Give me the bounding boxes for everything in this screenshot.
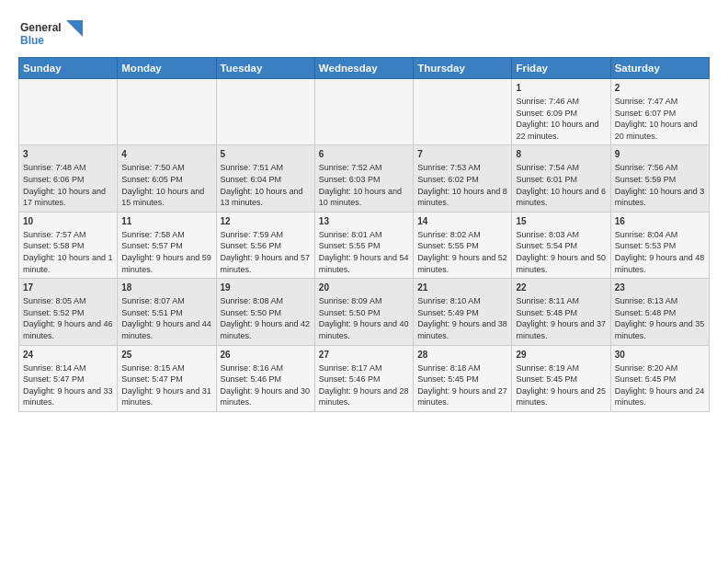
day-info: Daylight: 10 hours and 17 minutes. xyxy=(23,186,113,209)
calendar-cell: 15Sunrise: 8:03 AMSunset: 5:54 PMDayligh… xyxy=(512,212,610,278)
day-info: Sunrise: 8:08 AM xyxy=(221,295,311,307)
day-info: Sunrise: 7:52 AM xyxy=(319,162,409,174)
day-info: Sunset: 5:45 PM xyxy=(417,373,507,385)
day-info: Sunset: 5:50 PM xyxy=(319,307,409,319)
calendar-week-row: 24Sunrise: 8:14 AMSunset: 5:47 PMDayligh… xyxy=(19,345,710,411)
calendar-cell: 23Sunrise: 8:13 AMSunset: 5:48 PMDayligh… xyxy=(610,279,709,345)
logo: GeneralBlue xyxy=(18,18,83,48)
day-info: Daylight: 9 hours and 24 minutes. xyxy=(615,385,705,408)
day-info: Sunrise: 7:59 AM xyxy=(221,229,311,241)
day-number: 2 xyxy=(615,82,705,95)
day-info: Daylight: 10 hours and 1 minute. xyxy=(23,252,113,275)
day-info: Daylight: 9 hours and 40 minutes. xyxy=(319,318,409,341)
calendar-cell: 25Sunrise: 8:15 AMSunset: 5:47 PMDayligh… xyxy=(118,345,216,411)
day-info: Sunset: 5:59 PM xyxy=(615,174,705,186)
day-number: 12 xyxy=(221,215,311,228)
weekday-header: Monday xyxy=(118,58,216,79)
day-info: Sunset: 5:53 PM xyxy=(615,240,705,252)
day-info: Sunset: 5:45 PM xyxy=(516,373,606,385)
calendar-cell: 12Sunrise: 7:59 AMSunset: 5:56 PMDayligh… xyxy=(216,212,314,278)
calendar-cell: 28Sunrise: 8:18 AMSunset: 5:45 PMDayligh… xyxy=(414,345,512,411)
day-number: 25 xyxy=(121,349,211,362)
day-info: Sunset: 5:48 PM xyxy=(615,307,705,319)
day-number: 9 xyxy=(615,148,705,161)
svg-text:General: General xyxy=(20,21,62,34)
day-info: Daylight: 9 hours and 54 minutes. xyxy=(319,252,409,275)
day-info: Sunrise: 8:19 AM xyxy=(516,362,606,374)
day-info: Sunset: 6:03 PM xyxy=(319,174,409,186)
calendar-cell: 21Sunrise: 8:10 AMSunset: 5:49 PMDayligh… xyxy=(414,279,512,345)
day-info: Sunset: 6:01 PM xyxy=(516,174,606,186)
day-info: Sunrise: 7:46 AM xyxy=(516,96,606,108)
day-info: Sunrise: 7:56 AM xyxy=(615,162,705,174)
calendar-cell: 20Sunrise: 8:09 AMSunset: 5:50 PMDayligh… xyxy=(314,279,413,345)
weekday-header: Friday xyxy=(512,58,610,79)
day-info: Sunset: 5:56 PM xyxy=(221,240,311,252)
calendar-week-row: 1Sunrise: 7:46 AMSunset: 6:09 PMDaylight… xyxy=(19,79,710,145)
calendar-table: SundayMondayTuesdayWednesdayThursdayFrid… xyxy=(18,57,710,412)
day-info: Sunrise: 8:05 AM xyxy=(23,295,113,307)
day-info: Sunrise: 8:07 AM xyxy=(121,295,211,307)
calendar-week-row: 17Sunrise: 8:05 AMSunset: 5:52 PMDayligh… xyxy=(19,279,710,345)
day-info: Sunset: 6:06 PM xyxy=(23,174,113,186)
day-info: Daylight: 10 hours and 6 minutes. xyxy=(516,186,606,209)
day-number: 5 xyxy=(221,148,311,161)
day-info: Daylight: 9 hours and 30 minutes. xyxy=(221,385,311,408)
day-info: Daylight: 9 hours and 57 minutes. xyxy=(221,252,311,275)
calendar-cell: 17Sunrise: 8:05 AMSunset: 5:52 PMDayligh… xyxy=(19,279,118,345)
calendar-cell: 19Sunrise: 8:08 AMSunset: 5:50 PMDayligh… xyxy=(216,279,314,345)
logo-svg: GeneralBlue xyxy=(18,18,83,48)
calendar-cell: 5Sunrise: 7:51 AMSunset: 6:04 PMDaylight… xyxy=(216,145,314,212)
day-info: Sunset: 6:07 PM xyxy=(615,108,705,120)
day-info: Daylight: 9 hours and 42 minutes. xyxy=(221,318,311,341)
calendar-cell: 26Sunrise: 8:16 AMSunset: 5:46 PMDayligh… xyxy=(216,345,314,411)
day-info: Daylight: 10 hours and 20 minutes. xyxy=(615,119,705,142)
weekday-header: Saturday xyxy=(610,58,709,79)
calendar-cell: 3Sunrise: 7:48 AMSunset: 6:06 PMDaylight… xyxy=(19,145,118,212)
calendar-cell: 18Sunrise: 8:07 AMSunset: 5:51 PMDayligh… xyxy=(118,279,216,345)
day-info: Daylight: 9 hours and 35 minutes. xyxy=(615,318,705,341)
calendar-cell: 2Sunrise: 7:47 AMSunset: 6:07 PMDaylight… xyxy=(610,79,709,145)
day-info: Sunset: 5:47 PM xyxy=(23,373,113,385)
day-number: 1 xyxy=(516,82,606,95)
calendar-cell: 10Sunrise: 7:57 AMSunset: 5:58 PMDayligh… xyxy=(19,212,118,278)
calendar-cell: 1Sunrise: 7:46 AMSunset: 6:09 PMDaylight… xyxy=(512,79,610,145)
calendar-cell: 6Sunrise: 7:52 AMSunset: 6:03 PMDaylight… xyxy=(314,145,413,212)
day-info: Sunrise: 8:17 AM xyxy=(319,362,409,374)
day-number: 11 xyxy=(121,215,211,228)
day-info: Sunrise: 8:10 AM xyxy=(417,295,507,307)
day-number: 20 xyxy=(319,282,409,294)
header: GeneralBlue xyxy=(18,15,710,48)
day-info: Sunrise: 7:51 AM xyxy=(221,162,311,174)
day-info: Sunrise: 7:47 AM xyxy=(615,96,705,108)
day-info: Sunset: 5:46 PM xyxy=(221,373,311,385)
day-info: Daylight: 9 hours and 48 minutes. xyxy=(615,252,705,275)
day-info: Sunrise: 7:54 AM xyxy=(516,162,606,174)
calendar-cell xyxy=(314,79,413,145)
calendar-cell: 24Sunrise: 8:14 AMSunset: 5:47 PMDayligh… xyxy=(19,345,118,411)
day-info: Daylight: 10 hours and 8 minutes. xyxy=(417,186,507,209)
day-number: 19 xyxy=(221,282,311,294)
day-info: Daylight: 10 hours and 3 minutes. xyxy=(615,186,705,209)
day-info: Sunset: 6:04 PM xyxy=(221,174,311,186)
weekday-header-row: SundayMondayTuesdayWednesdayThursdayFrid… xyxy=(19,58,710,79)
calendar-cell: 30Sunrise: 8:20 AMSunset: 5:45 PMDayligh… xyxy=(610,345,709,411)
day-info: Sunset: 5:58 PM xyxy=(23,240,113,252)
day-number: 29 xyxy=(516,349,606,362)
day-number: 18 xyxy=(121,282,211,294)
day-info: Daylight: 9 hours and 46 minutes. xyxy=(23,318,113,341)
day-number: 14 xyxy=(417,215,507,228)
day-number: 28 xyxy=(417,349,507,362)
day-info: Sunset: 5:48 PM xyxy=(516,307,606,319)
day-number: 22 xyxy=(516,282,606,294)
day-info: Daylight: 9 hours and 25 minutes. xyxy=(516,385,606,408)
day-info: Sunset: 6:05 PM xyxy=(121,174,211,186)
day-info: Sunset: 5:50 PM xyxy=(221,307,311,319)
day-number: 6 xyxy=(319,148,409,161)
day-info: Sunset: 5:52 PM xyxy=(23,307,113,319)
day-info: Sunrise: 8:18 AM xyxy=(417,362,507,374)
calendar-cell xyxy=(216,79,314,145)
day-number: 3 xyxy=(23,148,113,161)
day-info: Sunset: 5:55 PM xyxy=(417,240,507,252)
day-info: Sunset: 5:55 PM xyxy=(319,240,409,252)
